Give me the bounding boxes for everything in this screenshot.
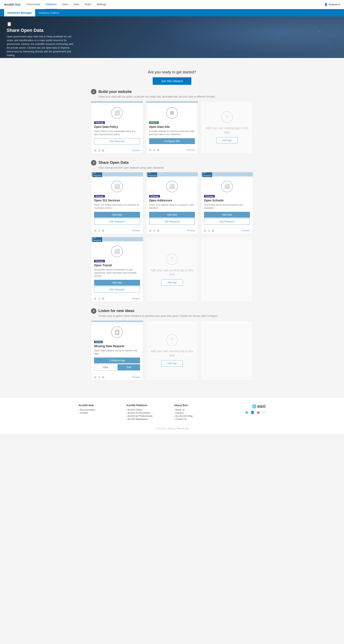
configure-app-button[interactable]: Configure App [94, 358, 140, 363]
social-icons: 🐦 📘 🐙 ✉️ [245, 411, 266, 414]
add-icon: ? [166, 254, 178, 265]
esri-logo: 🌐 esri [252, 404, 266, 409]
add-data-button[interactable]: Add data [204, 212, 250, 218]
view-edit-row: View Edit [94, 364, 140, 371]
tab-initiatives-gallery[interactable]: Initiatives Gallery [35, 9, 62, 16]
email-icon[interactable]: ✉️ [262, 411, 266, 414]
site-required-button[interactable]: Site Required [94, 218, 140, 225]
icon-2: ⊡ [153, 229, 155, 232]
site-required-button[interactable]: Site Required [149, 218, 195, 225]
user-name: Andrew [329, 3, 338, 6]
user-menu[interactable]: 👤 Andrew ▾ [324, 3, 340, 6]
brand-logo: ArcGIS Hub [4, 3, 20, 6]
footer-col-platform: ArcGIS Platform ArcGIS Online ArcGIS for… [126, 404, 170, 421]
webpage-icon: ⬜ [111, 181, 123, 192]
footer-link-documentation[interactable]: Documentation [78, 408, 122, 411]
icon-1: ⊞ [149, 148, 151, 152]
svg-line-13 [327, 25, 338, 29]
footer-link-professionals[interactable]: ArcGIS for Professionals [126, 415, 170, 417]
icon-2: ⊡ [98, 297, 100, 300]
step-2-title: Share Open Data [98, 160, 129, 165]
badge-survey: Survey [94, 341, 103, 343]
facebook-icon[interactable]: 📘 [251, 411, 254, 414]
site-required-button[interactable]: Site Required [204, 218, 250, 225]
site-required-button[interactable]: Site Required [94, 138, 140, 144]
icon-2: ⊡ [98, 229, 100, 232]
card-icon-area: ⬜ [91, 103, 143, 121]
configure-site-button[interactable]: Configure Site [149, 138, 195, 144]
icon-3: ⊠ [102, 376, 104, 379]
card-description: Accessible transit is imperative for job… [94, 268, 140, 278]
footer-col-heading: ArcGIS Hub [78, 404, 122, 407]
step-2: 2 Share Open Data Start sharing common o… [91, 160, 253, 302]
add-data-button[interactable]: Add data [149, 212, 195, 218]
hero-network-graphic [278, 18, 340, 56]
card-body: Webpage Open Transit Accessible transit … [91, 259, 143, 296]
card-footer: ⊞ ⊡ ⊠ Preview [91, 296, 143, 302]
icon-3: ⊠ [212, 229, 214, 232]
add-app-button-step2[interactable]: Add App [161, 280, 183, 286]
hero-icon: 📋 [7, 22, 73, 26]
nav-community[interactable]: Community [25, 0, 41, 9]
card-footer: ⊞ ⊡ ⊠ Preview [91, 374, 143, 380]
card-open-transit: 0/1Required ⬜ Webpage Open Transit Acces… [91, 237, 143, 302]
footer-link-developers[interactable]: ArcGIS for Developers [126, 412, 170, 414]
card-add-step1: ? Add your own existing app to this step… [201, 101, 253, 154]
card-description: Open Data is most sustainable when it is… [94, 130, 140, 136]
footer-link-about[interactable]: About Us [174, 408, 218, 411]
join-initiative-button[interactable]: Join this initiative [153, 77, 191, 85]
nav-links: Community Initiatives Sites Data Team Se… [25, 0, 324, 9]
required-badge: 0/1Required [92, 172, 102, 177]
footer-link-blog[interactable]: Esri ArcGIS Blog [174, 415, 218, 417]
footer-icons: ⊞ ⊡ ⊠ [149, 229, 159, 232]
add-app-button-step1[interactable]: Add App [216, 137, 238, 144]
card-footer: ⊞ ⊡ ⊠ Preview [201, 228, 253, 234]
add-data-button[interactable]: Add data [94, 280, 140, 286]
footer-col-logo: 🌐 esri 🐦 📘 🐙 ✉️ [222, 404, 266, 421]
footer-link-contact[interactable]: Contact Us [174, 418, 218, 420]
footer-link-online[interactable]: ArcGIS Online [126, 408, 170, 411]
card-title: Open Data Policy [94, 125, 140, 128]
tab-initiatives-manager[interactable]: Initiatives Manager [4, 9, 35, 16]
card-icon-area: ⬜ [146, 176, 198, 194]
nav-initiatives[interactable]: Initiatives [44, 0, 57, 9]
nav-settings[interactable]: Settings [96, 0, 107, 9]
twitter-icon[interactable]: 🐦 [245, 411, 249, 414]
preview-link[interactable]: Preview [132, 229, 140, 232]
webpage-icon: ⬜ [221, 181, 233, 192]
footer-col-heading: ArcGIS Platform [126, 404, 170, 407]
add-app-button-step3[interactable]: Add App [161, 360, 183, 366]
preview-link[interactable]: Preview [242, 229, 250, 232]
step-3-cards: 📋 Survey Missing Data Request Open Data … [91, 320, 253, 380]
required-badge: 0/1Required [92, 237, 102, 242]
github-icon[interactable]: 🐙 [256, 411, 260, 414]
empty-card-step3 [201, 320, 253, 380]
card-missing-data-request: 📋 Survey Missing Data Request Open Data … [91, 320, 143, 380]
preview-link[interactable]: Preview [132, 376, 140, 378]
nav-team[interactable]: Team [84, 0, 92, 9]
preview-link[interactable]: Preview [132, 297, 140, 300]
footer-link-geonet[interactable]: GeoNet [78, 412, 122, 414]
required-badge: 0/1Required [147, 172, 157, 177]
footer-link-careers[interactable]: Careers [174, 412, 218, 414]
nav-data[interactable]: Data [72, 0, 80, 9]
main-content: Are you ready to get started? Join this … [78, 58, 266, 393]
view-button[interactable]: View [94, 364, 117, 370]
preview-link[interactable]: Preview [187, 149, 195, 151]
webpage-icon: ⬜ [166, 181, 178, 192]
edit-button[interactable]: Edit [118, 364, 140, 370]
nav-sites[interactable]: Sites [61, 0, 69, 9]
card-body: Webpage Open Addresses Share your addres… [146, 194, 198, 228]
svg-line-11 [319, 31, 323, 41]
footer-col-heading: About Esri [174, 404, 218, 407]
svg-line-14 [330, 35, 334, 46]
site-required-button[interactable]: Site Required [94, 286, 140, 293]
footer-link-marketplace[interactable]: ArcGIS Marketplace [126, 418, 170, 420]
footer-grid: ArcGIS Hub Documentation GeoNet ArcGIS P… [78, 404, 266, 421]
card-title: Open Transit [94, 264, 140, 267]
add-data-button[interactable]: Add data [94, 212, 140, 218]
preview-link[interactable]: Preview [132, 149, 140, 152]
cta-question: Are you ready to get started? [91, 70, 253, 74]
card-title: Open 311 Services [94, 199, 140, 202]
preview-link[interactable]: Preview [187, 229, 195, 232]
